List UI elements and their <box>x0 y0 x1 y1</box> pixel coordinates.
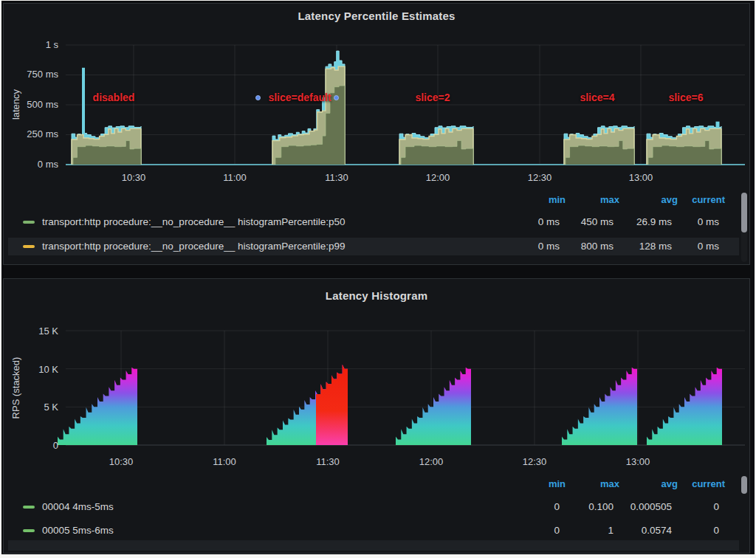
series-label[interactable]: 00004 4ms-5ms <box>42 501 114 513</box>
legend-col-current[interactable]: current <box>644 194 725 205</box>
y-tick: 0 ms <box>7 159 58 170</box>
y-tick: 0 <box>7 440 58 452</box>
x-tick: 11:00 <box>209 172 261 184</box>
legend-row-hover-strip[interactable] <box>8 540 739 551</box>
y-tick: 250 ms <box>7 128 58 140</box>
y-tick: 500 ms <box>7 99 58 111</box>
annotation-slice-2[interactable]: slice=2 <box>385 92 481 103</box>
x-tick: 11:30 <box>302 456 354 468</box>
annotation-marker-dot[interactable] <box>255 95 261 100</box>
x-tick: 11:30 <box>311 172 362 184</box>
annotation-slice-6[interactable]: slice=6 <box>638 92 734 103</box>
x-tick: 13:00 <box>612 456 664 468</box>
legend-row-p50[interactable]: transport:http procedure:__no_procedure_… <box>8 214 739 230</box>
legend-scrollbar-thumb[interactable] <box>741 476 747 494</box>
x-tick: 10:30 <box>108 172 159 184</box>
y-tick: 5 K <box>7 402 58 413</box>
stat-current: 0 ms <box>630 241 719 252</box>
y-tick: 10 K <box>7 364 58 376</box>
legend-row-bucket-4ms[interactable]: 00004 4ms-5ms 0 0.100 0.000505 0 <box>8 499 739 515</box>
annotation-marker-dot[interactable] <box>334 95 339 100</box>
series-label[interactable]: 00005 5ms-6ms <box>42 525 114 537</box>
legend-row-p99[interactable]: transport:http procedure:__no_procedure_… <box>8 238 739 255</box>
annotation-slice-4[interactable]: slice=4 <box>549 92 645 103</box>
annotation-disabled[interactable]: disabled <box>66 92 162 103</box>
series-color-swatch[interactable] <box>23 221 35 224</box>
stat-current: 0 <box>630 501 719 513</box>
y-tick: 750 ms <box>7 69 58 80</box>
series-label[interactable]: transport:http procedure:__no_procedure_… <box>42 241 346 252</box>
legend-row-bucket-5ms[interactable]: 00005 5ms-6ms 0 1 0.0574 0 <box>8 523 739 539</box>
x-tick: 10:30 <box>95 456 147 468</box>
x-tick: 11:00 <box>199 456 250 468</box>
grafana-dashboard: Latency Percentile Estimates latency 1 s… <box>1 1 755 554</box>
y-tick: 1 s <box>7 39 58 51</box>
stat-current: 0 <box>630 525 719 537</box>
x-tick: 13:00 <box>615 172 667 184</box>
x-tick: 12:30 <box>509 456 560 468</box>
x-tick: 12:00 <box>412 172 464 184</box>
series-color-swatch[interactable] <box>23 529 35 532</box>
x-tick: 12:00 <box>405 456 457 468</box>
panel-latency-histogram: Latency Histogram RPS (stacked) 15 K 10 … <box>3 278 750 554</box>
legend-col-current[interactable]: current <box>644 478 725 489</box>
series-color-swatch[interactable] <box>23 506 35 509</box>
y-tick: 15 K <box>7 326 58 337</box>
series-color-swatch[interactable] <box>23 245 35 248</box>
series-label[interactable]: transport:http procedure:__no_procedure_… <box>42 216 346 228</box>
panel-latency-percentiles: Latency Percentile Estimates latency 1 s… <box>3 3 750 265</box>
x-tick: 12:30 <box>514 172 566 184</box>
legend-scrollbar-thumb[interactable] <box>741 193 747 232</box>
stat-current: 0 ms <box>630 216 719 228</box>
